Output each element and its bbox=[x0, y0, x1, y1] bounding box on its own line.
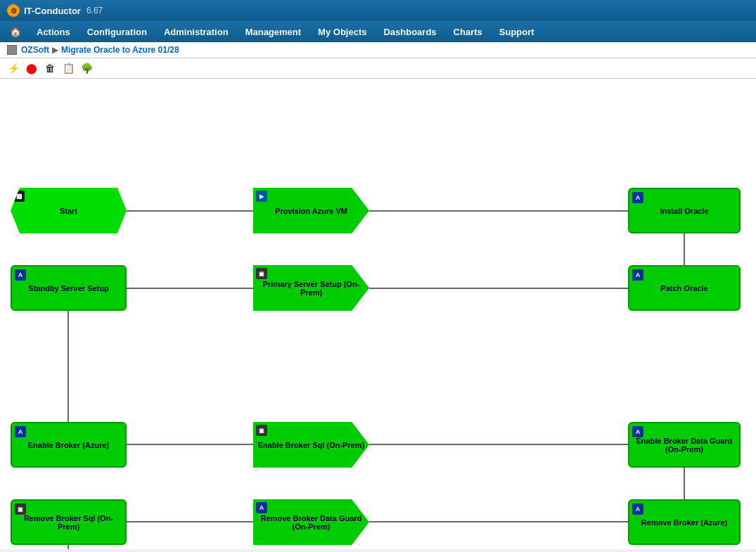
node-remove-broker-sql[interactable]: ▣ Remove Broker Sql (On-Prem) bbox=[11, 499, 127, 545]
breadcrumb: OZSoft ▶ Migrate Oracle to Azure 01/28 bbox=[0, 42, 756, 58]
delete-button[interactable]: 🗑 bbox=[42, 60, 58, 76]
remove-broker-azure-icon: A bbox=[632, 503, 643, 515]
node-patch-oracle-label: Patch Oracle bbox=[660, 284, 707, 293]
toolbar: ⚡ ⬤ 🗑 📋 🌳 bbox=[0, 58, 756, 79]
workflow-canvas: ▦ Start ▶ Provision Azure VM A Install O… bbox=[0, 79, 756, 549]
nav-support[interactable]: Support bbox=[491, 21, 543, 42]
connectors-svg bbox=[0, 79, 756, 549]
stop-button[interactable]: ⬤ bbox=[24, 60, 39, 76]
remove-broker-sql-icon: ▣ bbox=[15, 503, 26, 515]
topbar: ⚙ IT-Conductor 6.67 bbox=[0, 0, 756, 21]
logo-icon: ⚙ bbox=[7, 4, 20, 17]
nav-dashboards[interactable]: Dashboards bbox=[375, 21, 444, 42]
node-remove-broker-dg[interactable]: A Remove Broker Data Guard (On-Prem) bbox=[253, 499, 369, 545]
navbar: 🏠 Actions Configuration Administration M… bbox=[0, 21, 756, 42]
nav-configuration[interactable]: Configuration bbox=[79, 21, 155, 42]
start-icon: ▦ bbox=[13, 191, 25, 202]
nav-home[interactable]: 🏠 bbox=[3, 21, 28, 42]
run-button[interactable]: ⚡ bbox=[6, 60, 21, 76]
provision-icon: ▶ bbox=[256, 191, 267, 202]
properties-button[interactable]: 📋 bbox=[60, 60, 76, 76]
node-remove-broker-dg-label: Remove Broker Data Guard (On-Prem) bbox=[256, 514, 366, 531]
node-enable-broker-azure[interactable]: A Enable Broker (Azure) bbox=[11, 422, 127, 468]
node-start-label: Start bbox=[60, 207, 77, 215]
enable-broker-dg-icon: A bbox=[632, 426, 643, 437]
nav-management[interactable]: Management bbox=[237, 21, 309, 42]
enable-broker-azure-icon: A bbox=[15, 426, 26, 437]
node-provision-label: Provision Azure VM bbox=[275, 207, 347, 215]
node-enable-broker-sql-label: Enable Broker Sql (On-Prem) bbox=[258, 441, 365, 449]
breadcrumb-separator: ▶ bbox=[52, 45, 58, 55]
app-logo: ⚙ IT-Conductor bbox=[7, 4, 81, 17]
breadcrumb-current: Migrate Oracle to Azure 01/28 bbox=[61, 45, 179, 55]
group-button[interactable]: 🌳 bbox=[79, 60, 94, 76]
breadcrumb-org-icon bbox=[7, 45, 17, 55]
nav-administration[interactable]: Administration bbox=[155, 21, 237, 42]
node-remove-broker-azure[interactable]: A Remove Broker (Azure) bbox=[628, 499, 741, 545]
node-patch-oracle[interactable]: A Patch Oracle bbox=[628, 265, 741, 311]
patch-oracle-icon: A bbox=[632, 269, 643, 281]
node-standby-server[interactable]: A Standby Server Setup bbox=[11, 265, 127, 311]
node-enable-broker-sql[interactable]: ▣ Enable Broker Sql (On-Prem) bbox=[253, 422, 369, 468]
node-install-oracle-label: Install Oracle bbox=[660, 207, 708, 215]
remove-broker-dg-icon: A bbox=[256, 502, 267, 513]
node-enable-broker-dg-label: Enable Broker Data Guard (On-Prem) bbox=[632, 437, 736, 454]
enable-broker-sql-icon: ▣ bbox=[256, 425, 267, 436]
breadcrumb-org[interactable]: OZSoft bbox=[21, 45, 49, 55]
node-primary-server[interactable]: ▣ Primary Server Setup (On-Prem) bbox=[253, 265, 369, 311]
node-start[interactable]: ▦ Start bbox=[11, 188, 127, 233]
app-version: 6.67 bbox=[87, 6, 103, 15]
node-enable-broker-azure-label: Enable Broker (Azure) bbox=[28, 441, 110, 449]
node-standby-label: Standby Server Setup bbox=[28, 284, 108, 293]
standby-icon: A bbox=[15, 269, 26, 281]
node-install-oracle[interactable]: A Install Oracle bbox=[628, 188, 741, 233]
node-remove-broker-azure-label: Remove Broker (Azure) bbox=[641, 518, 727, 527]
nav-charts[interactable]: Charts bbox=[445, 21, 491, 42]
nav-actions[interactable]: Actions bbox=[28, 21, 79, 42]
node-enable-broker-dg[interactable]: A Enable Broker Data Guard (On-Prem) bbox=[628, 422, 741, 468]
node-provision-azure[interactable]: ▶ Provision Azure VM bbox=[253, 188, 369, 233]
install-oracle-icon: A bbox=[632, 192, 643, 203]
node-remove-broker-sql-label: Remove Broker Sql (On-Prem) bbox=[15, 514, 122, 531]
app-name: IT-Conductor bbox=[24, 6, 81, 16]
primary-icon: ▣ bbox=[256, 268, 267, 279]
node-primary-label: Primary Server Setup (On-Prem) bbox=[256, 280, 366, 297]
nav-myobjects[interactable]: My Objects bbox=[309, 21, 375, 42]
